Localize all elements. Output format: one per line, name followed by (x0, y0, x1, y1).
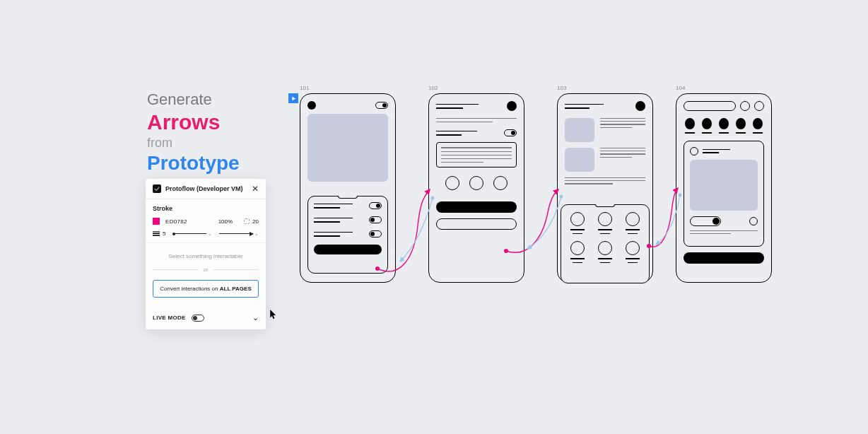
close-icon[interactable]: ✕ (252, 184, 259, 193)
plugin-logo-icon (153, 184, 161, 193)
circle-option (469, 176, 483, 190)
frame-label-101: 101 (300, 85, 309, 91)
bottom-cta (684, 252, 764, 264)
corner-radius-icon (244, 218, 250, 224)
end-cap-select[interactable]: ⌄ (219, 231, 259, 237)
frame-103[interactable] (557, 93, 653, 283)
row-toggle-3 (369, 230, 382, 237)
action-icon (749, 217, 758, 225)
prototype-play-badge[interactable] (288, 93, 298, 103)
stroke-row-color: ED0782 100% 20 (153, 218, 259, 225)
story-dot (702, 118, 712, 129)
toggle (504, 129, 517, 136)
header-dot (507, 101, 517, 111)
post-card (684, 141, 764, 247)
live-mode-label: LIVE MODE (153, 315, 186, 321)
story-dot (736, 118, 746, 129)
grid-icon (598, 241, 612, 255)
circle-option (493, 176, 508, 190)
header-dot (635, 101, 645, 111)
frame-label-103: 103 (557, 85, 566, 91)
heading-line3: from (147, 136, 240, 151)
grid-icon (570, 212, 585, 226)
heading-line2: Arrows (147, 110, 240, 134)
canvas[interactable]: 101 102 103 104 (294, 85, 789, 311)
grid-icon (598, 212, 612, 226)
color-swatch[interactable] (153, 218, 160, 225)
hero-image-placeholder (307, 114, 388, 182)
convert-bold: ALL PAGES (220, 286, 252, 292)
grid-card (561, 204, 650, 283)
panel-header: Protoflow (Developer VM) ✕ (146, 179, 266, 199)
text-block (436, 142, 517, 168)
color-hex[interactable]: ED0782 (165, 218, 187, 225)
secondary-cta (436, 218, 517, 230)
grid-icon (626, 241, 640, 255)
start-cap-select[interactable]: ⌄ (172, 231, 212, 237)
row-toggle-2 (369, 216, 382, 223)
convert-all-pages-button[interactable]: Convert interactions on ALL PAGES (153, 280, 259, 298)
heading: Generate Arrows from Prototype (147, 90, 240, 175)
live-mode-toggle[interactable] (192, 315, 204, 322)
collapse-icon[interactable]: ⌄ (252, 313, 259, 322)
story-dot (753, 118, 763, 129)
thumb (565, 148, 594, 172)
story-dot (719, 118, 729, 129)
frame-102[interactable] (428, 93, 524, 283)
panel-title: Protoflow (Developer VM) (165, 185, 252, 192)
grid-icon (626, 212, 640, 226)
frame-label-104: 104 (676, 85, 685, 91)
icon-circle (740, 101, 750, 111)
grid-icon (570, 241, 585, 255)
row-toggle-1 (369, 202, 382, 209)
hint-section: Select something interactable or Convert… (146, 243, 266, 306)
primary-cta (314, 245, 382, 254)
panel-footer: LIVE MODE ⌄ (146, 306, 266, 329)
heading-line4: Prototype (147, 152, 240, 175)
stroke-section-title: Stroke (153, 205, 259, 212)
hint-text: Select something interactable (153, 253, 259, 259)
or-text: or (203, 266, 208, 273)
opacity-value[interactable]: 100% (218, 218, 233, 225)
header-toggle (375, 102, 388, 109)
stroke-row-weight: 5 ⌄ ⌄ (153, 230, 259, 237)
chevron-down-icon: ⌄ (254, 231, 259, 237)
story-dot (685, 118, 695, 129)
search-bar (684, 101, 736, 111)
thumb (565, 118, 594, 142)
corner-radius-value: 20 (252, 218, 259, 225)
frame-101[interactable] (300, 93, 396, 283)
plugin-panel: Protoflow (Developer VM) ✕ Stroke ED0782… (146, 179, 266, 329)
frame-label-102: 102 (428, 85, 438, 91)
heading-line1: Generate (147, 90, 240, 109)
circle-option (445, 176, 459, 190)
primary-cta (436, 201, 517, 213)
corner-radius-field[interactable]: 20 (244, 218, 259, 225)
stroke-weight-icon (153, 231, 160, 236)
stroke-weight-field[interactable]: 5 (153, 230, 165, 237)
avatar-dot (307, 101, 316, 110)
convert-prefix: Convert interactions on (160, 286, 220, 292)
post-image (690, 160, 758, 211)
avatar-ring (690, 147, 698, 156)
stroke-section: Stroke ED0782 100% 20 5 ⌄ ⌄ (146, 199, 266, 243)
frame-104[interactable] (676, 93, 772, 283)
chevron-down-icon: ⌄ (208, 231, 212, 237)
stroke-weight-value: 5 (163, 230, 165, 237)
switch (690, 216, 721, 226)
icon-circle (754, 101, 764, 111)
card (307, 196, 388, 274)
or-divider: or (153, 266, 259, 273)
